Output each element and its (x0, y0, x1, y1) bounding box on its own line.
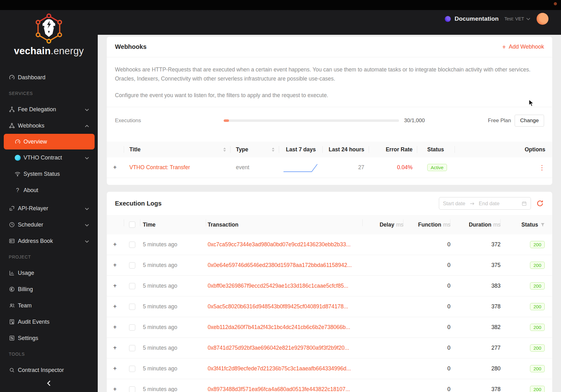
sidebar-item-scheduler[interactable]: Scheduler (0, 217, 98, 233)
row-checkbox[interactable] (129, 242, 135, 248)
http-status-badge: 200 (530, 344, 545, 352)
transaction-link[interactable]: 0x0e64e59746d6546ed2380d15978aa172bbda61… (208, 262, 352, 269)
sidebar-item-team[interactable]: Team (0, 297, 98, 314)
date-range-picker[interactable]: Start date End date (439, 197, 531, 210)
sidebar-item-usage[interactable]: Usage (0, 265, 98, 281)
transaction-link[interactable]: 0xc7ca59cc7344e3ad980a0bd07e9cd21436230e… (208, 241, 351, 248)
sort-icon[interactable] (272, 148, 275, 152)
app-header: Documentation Test: VET (98, 10, 561, 35)
sidebar-item-label: Usage (18, 270, 34, 276)
log-delay (363, 358, 403, 379)
log-duration-ms: 280 (450, 358, 501, 379)
sidebar-collapse-button[interactable] (0, 374, 98, 392)
logs-table-header: Time Transaction Delayms Functionms Dura… (107, 215, 552, 234)
sidebar-item-address-book[interactable]: Address Book (0, 233, 98, 249)
webhooks-table: Title Type (107, 142, 552, 185)
http-status-badge: 200 (530, 386, 545, 392)
refresh-button[interactable] (536, 199, 544, 207)
filter-icon[interactable] (541, 223, 545, 227)
log-row: + 5 minutes ago 0x0e64e59746d6546ed2380d… (107, 255, 552, 276)
project-selector-label: Test: VET (504, 16, 524, 21)
log-function-ms: 0 (403, 296, 450, 317)
sidebar-item-vtho-contract[interactable]: VTHO Contract (0, 149, 98, 166)
webhook-row: + VTHO Contract: Transfer event 27 0.04%… (107, 157, 552, 178)
chevron-up-icon (85, 123, 89, 129)
log-function-ms: 0 (403, 317, 450, 337)
column-header-delay: Delayms (363, 215, 403, 234)
log-duration-ms: 375 (450, 255, 501, 275)
http-status-badge: 200 (530, 365, 545, 372)
sidebar-item-api-relayer[interactable]: API-Relayer (0, 200, 98, 217)
transaction-link[interactable]: 0x3f41fc2d89ecfede7d21236b75c3c1aaeafb66… (208, 365, 351, 372)
add-webhook-label: Add Webhook (509, 44, 544, 50)
expand-row-button[interactable]: + (113, 324, 117, 331)
http-status-badge: 200 (530, 262, 545, 269)
log-duration-ms: 378 (450, 379, 501, 392)
sidebar-item-dashboard[interactable]: Dashboard (0, 69, 98, 86)
row-checkbox[interactable] (129, 386, 135, 392)
column-label: Type (236, 146, 248, 153)
sidebar-item-billing[interactable]: Billing (0, 281, 98, 297)
expand-row-button[interactable]: + (113, 262, 117, 269)
expand-row-button[interactable]: + (113, 365, 117, 372)
transaction-link[interactable]: 0x5ac5c8020b6316d948543b0f89425cf040891d… (208, 303, 348, 310)
sidebar-item-label: Address Book (18, 238, 53, 244)
transaction-link[interactable]: 0x8973488d3f571ea96fca4a680ad0513fe44382… (208, 386, 350, 392)
transaction-link[interactable]: 0xeb112da260f7b41a2f43c1bc4dc241cb6c6b2e… (208, 324, 350, 331)
sidebar-item-label: Fee Delegation (18, 106, 56, 113)
sidebar-item-about[interactable]: ? About (0, 182, 98, 198)
row-checkbox[interactable] (129, 366, 135, 372)
project-selector[interactable]: Test: VET (504, 16, 530, 21)
calendar-icon (522, 201, 527, 206)
expand-row-button[interactable]: + (113, 282, 117, 290)
row-checkbox[interactable] (129, 262, 135, 269)
log-function-ms: 0 (403, 338, 450, 358)
column-header-status: Status (501, 215, 552, 234)
change-plan-button[interactable]: Change (515, 115, 544, 127)
bar-chart-icon (9, 270, 15, 276)
end-date-input[interactable]: End date (479, 201, 500, 206)
row-checkbox[interactable] (129, 304, 135, 310)
start-date-input[interactable]: Start date (443, 201, 465, 206)
log-time: 5 minutes ago (140, 358, 206, 379)
select-all-checkbox[interactable] (129, 222, 135, 228)
expand-row-button[interactable]: + (113, 303, 117, 310)
log-row: + 5 minutes ago 0xeb112da260f7b41a2f43c1… (107, 317, 552, 338)
expand-row-button[interactable]: + (113, 241, 117, 248)
webhook-sparkline (279, 157, 323, 178)
log-duration-ms: 277 (450, 338, 501, 358)
webhooks-table-header: Title Type (107, 142, 552, 157)
log-time: 5 minutes ago (140, 338, 206, 358)
plus-icon: + (502, 44, 506, 50)
sidebar-item-label: VTHO Contract (23, 154, 62, 161)
sidebar-item-webhooks[interactable]: Webhooks (0, 118, 98, 134)
sort-icon[interactable] (223, 148, 226, 152)
add-webhook-button[interactable]: + Add Webhook (502, 44, 544, 50)
sidebar-item-label: Team (18, 302, 32, 309)
sidebar-item-audit-events[interactable]: Audit Events (0, 314, 98, 330)
avatar[interactable] (537, 13, 548, 25)
sidebar-item-system-status[interactable]: System Status (0, 166, 98, 182)
expand-row-button[interactable]: + (113, 386, 117, 392)
sidebar-item-overview[interactable]: Overview (4, 134, 95, 149)
chevron-left-icon (47, 380, 51, 386)
options-menu-button[interactable]: ⋮ (539, 164, 545, 171)
transaction-link[interactable]: 0x8741d275d92bf3ae696042e821e9297800a9f3… (208, 345, 349, 351)
screen: vechain.energy Dashboard SERVICES Fee De… (0, 0, 561, 392)
sidebar-item-settings[interactable]: Settings (0, 330, 98, 346)
expand-row-button[interactable]: + (113, 164, 117, 171)
row-checkbox[interactable] (129, 283, 135, 289)
sidebar-item-fee-delegation[interactable]: Fee Delegation (0, 101, 98, 118)
row-checkbox[interactable] (129, 345, 135, 351)
expand-row-button[interactable]: + (113, 344, 117, 352)
sidebar-item-label: Audit Events (18, 319, 49, 325)
column-header-type[interactable]: Type (231, 142, 279, 157)
transaction-link[interactable]: 0xbff0e3269867f9eccd25429ae1c33d186c1caa… (208, 283, 348, 289)
expand-column-header (107, 142, 124, 157)
column-header-title[interactable]: Title (124, 142, 231, 157)
row-checkbox[interactable] (129, 324, 135, 331)
top-strip (0, 0, 561, 10)
webhook-title-link[interactable]: VTHO Contract: Transfer (129, 164, 190, 171)
documentation-link[interactable]: Documentation (455, 15, 499, 22)
column-header-time: Time (140, 215, 206, 234)
